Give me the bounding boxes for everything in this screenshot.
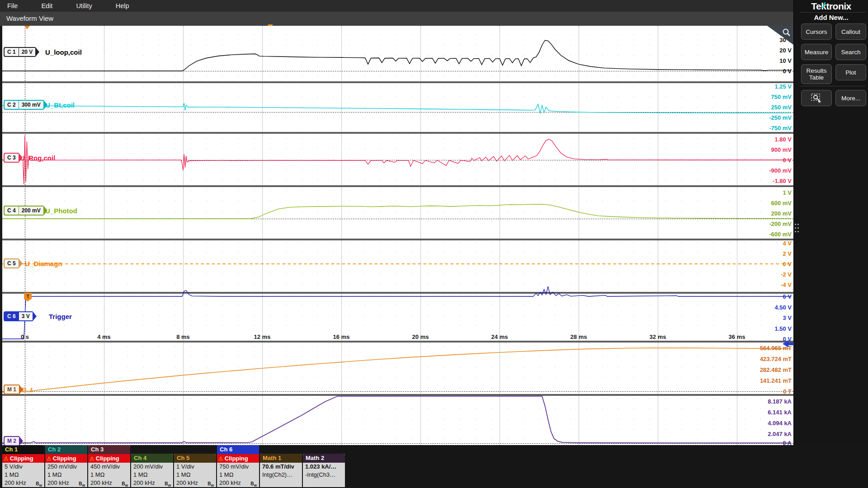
- c5-axis-label: 0 V: [783, 261, 792, 267]
- badge-pointer: [19, 436, 23, 446]
- c3-channel-name: U_Rog,coil: [20, 154, 55, 162]
- panel-button-plot[interactable]: Plot: [835, 64, 866, 80]
- time-label: 36 ms: [729, 333, 745, 340]
- menu-item-edit[interactable]: Edit: [29, 0, 64, 12]
- c3-axis-label: 900 mV: [771, 146, 792, 153]
- c3-channel-badge[interactable]: C 3: [4, 153, 23, 163]
- badge-header[interactable]: Ch 3: [88, 445, 130, 454]
- warning-icon: ⚠: [4, 456, 9, 461]
- badge-header[interactable]: Ch 1: [2, 445, 44, 454]
- bottom-badge-ch2[interactable]: Ch 2⚠Clipping250 mV/div1 MΩ200 kHzBW: [45, 445, 87, 487]
- badge-setting-row: 1.023 kA/…: [303, 463, 345, 471]
- bottom-badge-ch5[interactable]: Ch 51 V/div1 MΩ200 kHzBW: [174, 454, 216, 487]
- badge-setting-row: -Intg(Ch3…: [303, 471, 345, 479]
- bandwidth-icon: BW: [165, 480, 171, 487]
- c6-badge-label: C 6: [4, 311, 19, 321]
- divider: [800, 86, 865, 86]
- menu-item-utility[interactable]: Utility: [64, 0, 104, 12]
- badge-header[interactable]: Ch 2: [45, 445, 87, 454]
- c4-axis-label: 600 mV: [771, 200, 792, 206]
- warning-icon: ⚠: [218, 456, 223, 461]
- c4-channel-badge[interactable]: C 4200 mV: [4, 206, 47, 216]
- c6-channel-badge[interactable]: C 63 V: [4, 311, 37, 321]
- add-new-heading: Add New...: [794, 14, 868, 21]
- bandwidth-icon: BW: [250, 480, 257, 487]
- c4-axis-label: 200 mV: [771, 210, 792, 217]
- m1-axis-label: 423.724 mT: [760, 356, 792, 362]
- badge-setting-row: 750 mV/div: [217, 463, 259, 471]
- time-label: 8 ms: [176, 333, 190, 340]
- m1-channel-name: B_t: [22, 386, 33, 394]
- c3-axis-label: -1.80 V: [773, 178, 792, 184]
- badge-setting-row: 200 kHzBW: [174, 479, 216, 487]
- panel-button-measure[interactable]: Measure: [801, 44, 832, 60]
- badge-setting-row: 1 MΩ: [217, 471, 259, 479]
- c4-channel-name: U_Photod: [45, 207, 77, 215]
- badge-pointer: [19, 385, 23, 394]
- panel-button-callout[interactable]: Callout: [835, 23, 866, 40]
- time-label: 4 ms: [97, 333, 111, 340]
- m1-channel-badge[interactable]: M 1: [4, 385, 23, 394]
- m2-channel-badge[interactable]: M 2: [4, 436, 23, 446]
- panel-button-search[interactable]: Search: [835, 44, 866, 60]
- badge-pointer: [43, 100, 47, 110]
- tektronix-logo: Tektronix: [794, 1, 868, 12]
- c5-channel-badge[interactable]: C 5: [4, 258, 23, 268]
- bottom-settings-bar: Ch 1⚠Clipping5 V/div1 MΩ200 kHzBWCh 2⚠Cl…: [0, 445, 868, 488]
- bottom-badge-ch1[interactable]: Ch 1⚠Clipping5 V/div1 MΩ200 kHzBW: [2, 445, 44, 487]
- badge-setting-row: 70.6 mT/div: [260, 463, 302, 471]
- c2-axis-label: -750 mV: [769, 125, 792, 131]
- box-zoom-icon: [811, 93, 822, 103]
- m2-badge-label: M 2: [4, 436, 19, 446]
- panel-drag-handle[interactable]: [795, 224, 800, 239]
- menu-bar: FileEditUtilityHelp: [0, 0, 793, 12]
- badge-header[interactable]: Math 1: [260, 454, 302, 463]
- c2-channel-badge[interactable]: C 2300 mV: [4, 100, 47, 110]
- c2-axis-label: 1.25 V: [774, 83, 792, 90]
- c2-axis-label: -250 mV: [769, 114, 792, 121]
- time-label: 28 ms: [571, 333, 587, 340]
- time-label: 12 ms: [254, 333, 271, 340]
- warning-icon: ⚠: [47, 456, 52, 461]
- c6-axis-label: 4.50 V: [774, 304, 792, 311]
- clipping-label: Clipping: [225, 454, 248, 463]
- c6-trace: [2, 286, 791, 339]
- badge-header[interactable]: Math 2: [303, 454, 345, 463]
- time-label: 24 ms: [491, 333, 508, 340]
- c6-axis-label: 1.50 V: [774, 325, 792, 332]
- bottom-badge-math2[interactable]: Math 21.023 kA/…-Intg(Ch3…: [303, 454, 345, 487]
- bottom-badge-math1[interactable]: Math 170.6 mT/divIntg(Ch2)…: [260, 454, 302, 487]
- c3-badge-label: C 3: [4, 153, 19, 163]
- menu-item-help[interactable]: Help: [104, 0, 141, 12]
- warning-icon: ⚠: [90, 456, 94, 461]
- badge-setting-row: 450 mV/div: [88, 463, 130, 471]
- m2-axis-label: 4.094 kA: [768, 420, 792, 427]
- clipping-label: Clipping: [53, 454, 76, 463]
- bandwidth-icon: BW: [36, 480, 42, 487]
- waveform-plot-area[interactable]: 30 V20 V10 V0 VC 120 VU_loop,coil1.25 V7…: [2, 26, 793, 445]
- badge-setting-row: 200 kHzBW: [2, 479, 44, 487]
- m2-axis-label: 2.047 kA: [768, 431, 792, 437]
- menu-item-file[interactable]: File: [0, 0, 29, 12]
- panel-button-results-table[interactable]: Results Table: [801, 64, 832, 84]
- oscilloscope-app: FileEditUtilityHelp Waveform View T 30 V…: [0, 0, 868, 488]
- zoom-mode-button[interactable]: [801, 90, 832, 106]
- trigger-level-arrow-icon[interactable]: [783, 340, 794, 347]
- c1-channel-badge[interactable]: C 120 V: [4, 47, 39, 57]
- badge-header[interactable]: Ch 4: [131, 454, 173, 463]
- badge-header[interactable]: Ch 6: [217, 445, 259, 454]
- more-button[interactable]: More...: [835, 90, 866, 106]
- time-label: 32 ms: [650, 333, 666, 340]
- badge-header[interactable]: Ch 5: [174, 454, 216, 463]
- m1-axis-label: 0 T: [783, 388, 792, 395]
- m1-axis-label: 141.241 mT: [760, 377, 792, 384]
- c3-axis-label: -900 mV: [769, 167, 792, 174]
- badge-setting-row: 1 MΩ: [174, 471, 216, 479]
- bottom-badge-ch4[interactable]: Ch 4200 mV/div1 MΩ200 kHzBW: [131, 454, 173, 487]
- m1-trace: [2, 348, 791, 392]
- trigger-time-marker-icon[interactable]: [24, 26, 30, 29]
- badge-setting-row: Intg(Ch2)…: [260, 471, 302, 479]
- bottom-badge-ch3[interactable]: Ch 3⚠Clipping450 mV/div1 MΩ200 kHzBW: [88, 445, 130, 487]
- panel-button-cursors[interactable]: Cursors: [801, 23, 832, 40]
- bottom-badge-ch6[interactable]: Ch 6⚠Clipping750 mV/div1 MΩ200 kHzBW: [217, 445, 259, 487]
